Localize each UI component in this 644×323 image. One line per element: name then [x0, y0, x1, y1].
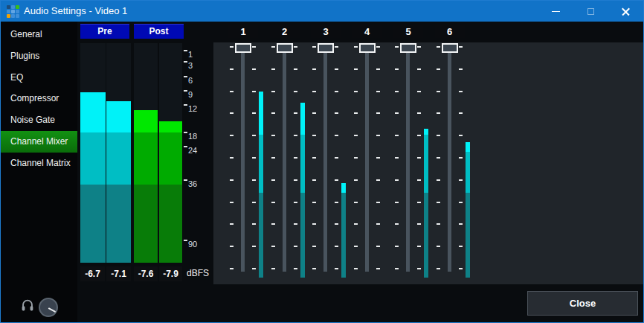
fader-tick-mark	[335, 157, 338, 159]
scale-mark: 9	[184, 90, 206, 102]
fader-handle-channel-5[interactable]	[400, 43, 416, 53]
fader-tick-mark	[354, 268, 358, 269]
fader-track-channel-2[interactable]	[283, 47, 286, 272]
logo-square	[11, 10, 15, 13]
fader-tick-mark	[437, 246, 440, 247]
level-bar	[159, 121, 182, 263]
logo-square	[16, 10, 19, 13]
fader-tick-mark	[459, 46, 463, 48]
fader-handle-channel-4[interactable]	[359, 43, 376, 53]
fader-tick-mark	[459, 157, 463, 159]
sidebar-item-plugins[interactable]: Plugins	[1, 45, 77, 67]
sidebar-item-channel-mixer[interactable]: Channel Mixer	[1, 131, 77, 153]
fader-tick-mark	[312, 157, 316, 159]
fader-track-channel-3[interactable]	[323, 47, 327, 272]
channel-strip-2	[264, 42, 306, 284]
fader-tick-mark	[252, 157, 256, 159]
scale-tick	[184, 90, 187, 92]
fader-tick-mark	[312, 135, 316, 136]
fader-tick-mark	[230, 91, 234, 92]
maximize-button[interactable]	[573, 1, 608, 22]
channel-strip-4	[347, 42, 388, 284]
knob-pointer	[48, 307, 57, 313]
fader-track-channel-5[interactable]	[406, 47, 410, 272]
fader-tick-mark	[459, 112, 463, 114]
fader-track-channel-4[interactable]	[365, 47, 369, 272]
fader-tick-mark	[437, 202, 440, 203]
fader-tick-mark	[437, 112, 440, 114]
fader-handle-channel-1[interactable]	[235, 43, 251, 53]
channel-6-header: 6	[435, 25, 465, 38]
fader-tick-mark	[354, 68, 358, 70]
close-button[interactable]: Close	[527, 291, 638, 316]
fader-tick-mark	[376, 112, 380, 114]
fader-tick-mark	[230, 112, 234, 114]
fader-tick-mark	[395, 157, 399, 159]
headphones-volume-knob[interactable]	[39, 298, 58, 317]
level-segment	[424, 129, 428, 135]
logo-square	[7, 5, 10, 9]
channel-strip-5	[387, 42, 429, 284]
sidebar-item-compressor[interactable]: Compressor	[1, 88, 77, 109]
fader-tick-mark	[312, 268, 316, 269]
fader-tick-mark	[335, 112, 338, 114]
fader-tick-mark	[294, 246, 297, 247]
fader-tick-mark	[459, 202, 463, 203]
fader-tick-mark	[376, 246, 380, 247]
pre-left-db-value: -6.7	[80, 266, 105, 281]
fader-tick-mark	[354, 112, 358, 114]
fader-tick-mark	[376, 268, 380, 269]
fader-track-channel-6[interactable]	[448, 47, 451, 272]
channel-3-header: 3	[311, 25, 341, 38]
fader-tick-mark	[252, 68, 256, 70]
fader-tick-mark	[417, 91, 421, 92]
fader-tick-mark	[271, 46, 275, 48]
fader-handle-channel-2[interactable]	[277, 43, 293, 53]
fader-track-channel-1[interactable]	[241, 47, 245, 272]
level-segment	[134, 185, 158, 263]
fader-tick-mark	[354, 46, 358, 48]
channel-4-header: 4	[352, 25, 382, 38]
fader-tick-mark	[376, 68, 380, 70]
scale-tick	[184, 76, 187, 77]
fader-tick-mark	[437, 157, 440, 159]
fader-tick-mark	[312, 112, 316, 114]
fader-handle-channel-3[interactable]	[318, 43, 334, 53]
fader-tick-mark	[271, 112, 275, 114]
level-segment	[259, 92, 263, 135]
sidebar-item-channel-matrix[interactable]: Channel Matrix	[1, 153, 77, 174]
scale-tick	[184, 132, 187, 133]
logo-square	[16, 5, 19, 9]
fader-tick-mark	[437, 46, 440, 48]
fader-tick-mark	[294, 135, 297, 136]
fader-tick-mark	[437, 179, 440, 181]
minimize-button[interactable]	[538, 1, 573, 22]
fader-tick-mark	[271, 223, 275, 225]
post-meter-header: Post	[134, 24, 184, 39]
fader-tick-mark	[354, 91, 358, 92]
fader-tick-mark	[230, 135, 234, 136]
post-meter-left	[134, 43, 158, 263]
sidebar-item-eq[interactable]: EQ	[1, 67, 77, 89]
fader-tick-mark	[271, 246, 275, 247]
fader-tick-mark	[271, 202, 275, 203]
fader-tick-mark	[459, 135, 463, 136]
fader-handle-channel-6[interactable]	[442, 43, 458, 53]
level-segment	[159, 132, 182, 185]
fader-tick-mark	[395, 202, 399, 203]
fader-tick-mark	[376, 202, 380, 203]
level-segment	[80, 185, 106, 263]
fader-tick-mark	[417, 223, 421, 225]
scale-tick	[184, 61, 187, 63]
sidebar-item-general[interactable]: General	[1, 24, 77, 45]
level-segment	[300, 103, 305, 135]
fader-tick-mark	[271, 91, 275, 92]
sidebar-item-noise-gate[interactable]: Noise Gate	[1, 109, 77, 131]
fader-tick-mark	[335, 246, 338, 247]
close-window-button[interactable]	[608, 1, 643, 22]
level-segment	[466, 193, 470, 278]
fader-tick-mark	[252, 179, 256, 181]
titlebar[interactable]: Audio Settings - Video 1	[1, 1, 643, 22]
channel-5-header: 5	[393, 25, 423, 38]
fader-tick-mark	[335, 68, 338, 70]
